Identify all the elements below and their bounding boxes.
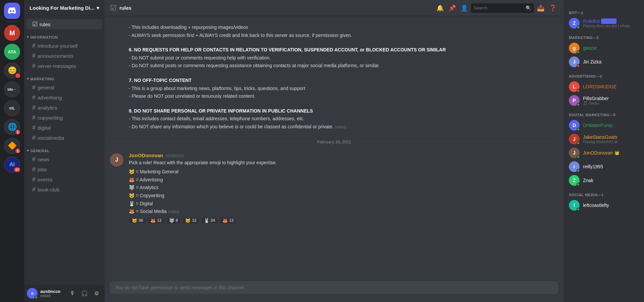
server-icon-label: tds←: [7, 87, 17, 91]
server-icon-orange[interactable]: 🔶 1: [4, 138, 20, 154]
channel-hash-icon: ☑: [110, 4, 117, 12]
server-name: Looking For Marketing Di...: [30, 5, 94, 11]
channel-category-information[interactable]: ▾ INFORMATION: [24, 30, 105, 41]
message-content: 8. DO NOT SHARE PERSONAL OR PRIVATE INFO…: [129, 108, 558, 132]
reaction-emoji: 🐱: [185, 218, 191, 223]
channel-item-introduce-yourself[interactable]: # introduce-yourself: [27, 41, 102, 51]
message-text: 8. DO NOT SHARE PERSONAL OR PRIVATE INFO…: [129, 108, 558, 130]
pinned-messages-button[interactable]: 📌: [447, 3, 458, 13]
message-line: 🐺 = Analytics: [129, 184, 558, 191]
channel-item-events[interactable]: # events: [27, 175, 102, 184]
member-item-jonodonovan[interactable]: J JonODonovan 👑: [566, 146, 641, 160]
channel-item-general[interactable]: # general: [27, 83, 102, 92]
channel-item-rules[interactable]: ☑ rules: [27, 19, 102, 29]
server-icon-m[interactable]: M: [4, 25, 20, 41]
reaction-6[interactable]: 🦊13: [219, 217, 236, 224]
channel-item-news[interactable]: # news: [27, 155, 102, 164]
channel-item-advertising[interactable]: # advertising: [27, 93, 102, 102]
divider-line-right: [354, 142, 558, 142]
avatar-letter: J: [573, 136, 576, 142]
member-item-rolebot[interactable]: Z RoleBot ✓ BOT Playing docs.zira.bot | …: [566, 16, 641, 30]
inbox-button[interactable]: 📥: [535, 3, 546, 13]
avatar-text: a: [31, 291, 34, 296]
channel-item-socialmedia[interactable]: # socialmedia: [27, 133, 102, 143]
server-icon-face[interactable]: 😊: [4, 62, 20, 79]
server-icon-ai[interactable]: AI 27: [4, 157, 20, 173]
member-item-pillsgrabber[interactable]: P PillsGrabber 🎵 Sacão: [566, 94, 641, 107]
help-button[interactable]: ❓: [547, 3, 558, 13]
category-label: GENERAL: [31, 149, 50, 153]
edited-label: (edited): [335, 125, 346, 129]
server-icon-discord[interactable]: [4, 3, 20, 19]
server-icon-ata[interactable]: ATA: [4, 44, 20, 60]
server-icon-tds[interactable]: tds←: [4, 81, 20, 97]
member-item-lordsmudge[interactable]: L LORDSMUDGE: [566, 80, 641, 93]
message-line: 🐱 = Copywriting: [129, 192, 558, 199]
member-item-geezie[interactable]: g geezie: [566, 41, 641, 55]
member-info: geezie: [583, 45, 597, 51]
search-bar[interactable]: 🔍: [471, 3, 534, 13]
member-category-advertising: ADVERTISING—2: [566, 69, 641, 80]
message-author[interactable]: JonODonovan: [129, 153, 163, 158]
message-text: Pick a role! React with the appropriate …: [129, 160, 558, 215]
reaction-1[interactable]: 🐱38: [129, 217, 146, 224]
channel-item-analytics[interactable]: # analytics: [27, 103, 102, 113]
channel-item-book-club[interactable]: # book-club: [27, 185, 102, 195]
hash-icon: #: [32, 84, 36, 91]
deafen-button[interactable]: 🎧: [79, 288, 90, 299]
message-line: 7. NO OFF-TOPIC CONTENT: [129, 77, 558, 84]
member-item-reilly1995[interactable]: r reilly1995: [566, 160, 641, 173]
server-icon-planet[interactable]: 🌐 1: [4, 119, 20, 135]
channel-name: book-club: [38, 187, 59, 192]
avatar-letter: r: [573, 164, 575, 169]
member-item-jakestansgoats[interactable]: J JakeStansGoats Playing StellarAIO 🖥: [566, 132, 641, 146]
message-line: - Do NOT share any information which you…: [129, 124, 558, 130]
member-item-drwaterpump[interactable]: D DrWaterPump: [566, 119, 641, 132]
server-header[interactable]: Looking For Marketing Di... ▾: [24, 0, 105, 16]
reactions: 🐱38 🦊12 🐺8 🐱12 🐰24 🦊13: [129, 217, 558, 224]
avatar-letter: J: [573, 59, 576, 64]
reaction-3[interactable]: 🐺8: [166, 217, 181, 224]
channel-category-marketing[interactable]: ▾ MARKETING: [24, 71, 105, 82]
status-dot: [577, 183, 580, 186]
user-panel: a austincce #9848 🎙 🎧 ⚙: [24, 285, 105, 302]
reaction-4[interactable]: 🐱12: [182, 217, 199, 224]
member-item-jirizizka[interactable]: J Jiri Zizka: [566, 55, 641, 69]
server-icon-rl[interactable]: /r/L: [4, 100, 20, 116]
member-item-znak[interactable]: Z Znak: [566, 174, 641, 187]
avatar-letter: J: [115, 157, 118, 163]
channel-item-announcements[interactable]: # announcements: [27, 51, 102, 61]
mute-button[interactable]: 🎙: [67, 288, 78, 299]
user-info: austincce #9848: [40, 289, 64, 298]
message-text: 7. NO OFF-TOPIC CONTENT - This is a grou…: [129, 77, 558, 100]
reaction-2[interactable]: 🦊12: [147, 217, 164, 224]
status-dot: [577, 89, 580, 92]
member-avatar: J: [569, 147, 580, 158]
hash-icon: #: [32, 114, 36, 121]
message-line: - Do NOT submit post or comments request…: [129, 55, 558, 61]
channel-name: server-messages: [38, 63, 76, 69]
reaction-5[interactable]: 🐰24: [201, 217, 218, 224]
channel-item-server-messages[interactable]: # server-messages: [27, 61, 102, 71]
message-line: 8. DO NOT SHARE PERSONAL OR PRIVATE INFO…: [129, 108, 558, 115]
channel-name: announcements: [38, 53, 73, 59]
channel-item-copywriting[interactable]: # copywriting: [27, 113, 102, 123]
channel-item-jobs[interactable]: # jobs: [27, 165, 102, 174]
member-avatar: Z: [569, 18, 580, 29]
divider-line-left: [110, 142, 314, 142]
members-list-button[interactable]: 👤: [459, 3, 470, 13]
avatar-letter: Z: [573, 178, 576, 183]
message-line: - This is a group about marketing news, …: [129, 85, 558, 92]
member-avatar: l: [569, 200, 580, 211]
channel-item-digital[interactable]: # digital: [27, 123, 102, 133]
notifications-button[interactable]: 🔔: [435, 3, 445, 13]
reaction-emoji: 🦊: [222, 218, 228, 223]
member-item-leftcoastlefty[interactable]: l leftcoastlefty: [566, 199, 641, 212]
member-avatar: P: [569, 95, 580, 106]
search-icon: 🔍: [526, 5, 531, 11]
hash-icon: #: [32, 176, 36, 183]
settings-button[interactable]: ⚙: [91, 288, 102, 299]
message-line: 6. NO REQUESTS FOR HELP OR CONTACTS IN R…: [129, 47, 558, 53]
search-input[interactable]: [474, 5, 524, 10]
channel-category-general[interactable]: ▾ GENERAL: [24, 143, 105, 154]
